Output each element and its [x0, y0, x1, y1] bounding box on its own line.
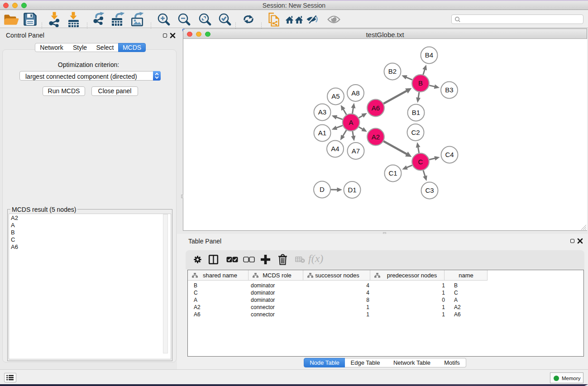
svg-text:C: C — [418, 158, 423, 166]
svg-text:A3: A3 — [318, 108, 326, 116]
svg-text:B1: B1 — [412, 109, 420, 116]
svg-text:D1: D1 — [348, 186, 356, 194]
svg-text:A6: A6 — [372, 104, 380, 112]
svg-text:A2: A2 — [372, 133, 380, 141]
svg-text:C1: C1 — [388, 169, 397, 177]
svg-text:B2: B2 — [388, 67, 397, 75]
svg-text:B: B — [418, 79, 423, 87]
svg-text:A4: A4 — [331, 145, 339, 152]
svg-text:C2: C2 — [411, 129, 420, 136]
svg-text:D: D — [320, 186, 325, 193]
svg-text:C4: C4 — [445, 151, 454, 158]
svg-text:A5: A5 — [331, 92, 339, 100]
svg-text:B4: B4 — [425, 51, 433, 59]
svg-text:A1: A1 — [318, 129, 326, 137]
svg-text:C3: C3 — [425, 186, 434, 194]
svg-text:A: A — [349, 119, 353, 126]
svg-text:B3: B3 — [445, 86, 453, 94]
svg-text:A8: A8 — [351, 89, 359, 97]
svg-text:A7: A7 — [352, 147, 360, 155]
